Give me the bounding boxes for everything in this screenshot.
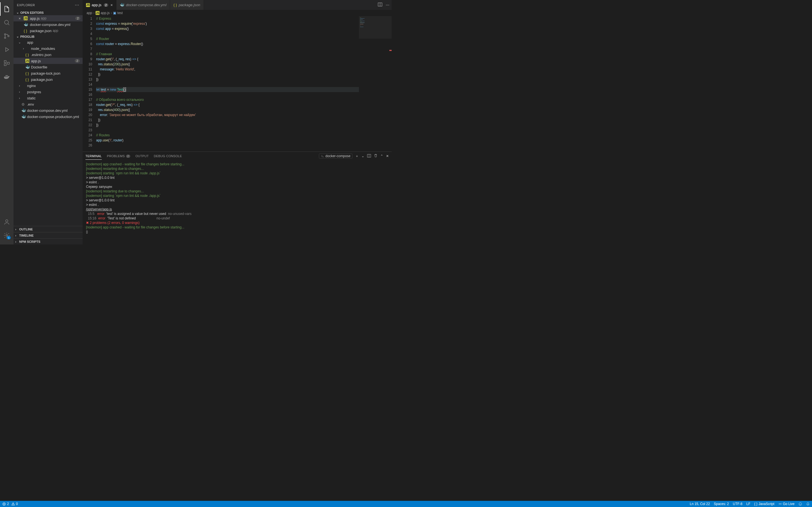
editor-tab[interactable]: { }package.json <box>170 0 204 10</box>
open-editor-item[interactable]: ×JSapp.jsapp2 <box>13 15 83 21</box>
open-editors-section[interactable]: ⌄OPEN EDITORS <box>13 10 83 15</box>
tree-file[interactable]: 🐳Dockerfile <box>13 64 83 70</box>
activity-settings-icon[interactable]: 1 <box>0 229 13 242</box>
tree-file[interactable]: 🐳docker-compose.dev.yml <box>13 107 83 114</box>
activity-docker-icon[interactable] <box>0 70 13 83</box>
tab-close-icon[interactable]: × <box>110 3 113 7</box>
activity-bar: 1 <box>0 0 13 244</box>
tree-folder[interactable]: ⌄app <box>13 39 83 45</box>
sidebar-collapsed-section[interactable]: ›NPM SCRIPTS <box>13 238 83 244</box>
activity-search-icon[interactable] <box>0 16 13 29</box>
kill-terminal-icon[interactable] <box>374 154 377 158</box>
panel-tab-output[interactable]: OUTPUT <box>135 153 149 159</box>
svg-point-1 <box>4 34 6 35</box>
editor-tab[interactable]: 🐳docker-compose.dev.yml <box>116 0 170 10</box>
minimap[interactable]: ▬▬▬▬▬▬▬▬▬▬▬▬▬▬▬▬▬▬▬▬▬▬▬▬▬▬▬▬▬▬▬▬▬▬▬▬▬▬▬▬… <box>359 16 392 152</box>
activity-account-icon[interactable] <box>0 215 13 229</box>
terminal-task-label[interactable]: docker-compose <box>319 154 352 159</box>
breadcrumb[interactable]: app › JS app.js › ▣ test <box>83 10 392 16</box>
settings-update-badge: 1 <box>7 236 11 239</box>
tree-file[interactable]: { }package-lock.json <box>13 70 83 76</box>
tree-folder[interactable]: ›postgres <box>13 89 83 95</box>
split-terminal-icon[interactable] <box>367 154 371 159</box>
activity-extensions-icon[interactable] <box>0 56 13 70</box>
svg-point-2 <box>4 37 6 39</box>
activity-source-control-icon[interactable] <box>0 29 13 43</box>
close-panel-icon[interactable]: ✕ <box>386 154 389 158</box>
sidebar-collapsed-section[interactable]: ›TIMELINE <box>13 232 83 238</box>
editor-tab[interactable]: JSapp.js2× <box>83 0 116 10</box>
close-editor-icon[interactable]: × <box>18 16 23 20</box>
tree-file[interactable]: JSapp.js2 <box>13 58 83 64</box>
svg-rect-5 <box>4 64 6 66</box>
tree-file[interactable]: 🐳docker-compose.production.yml <box>13 114 83 120</box>
open-editor-item[interactable]: 🐳docker-compose.dev.yml <box>13 21 83 27</box>
sidebar-explorer: EXPLORER ⋯ ⌄OPEN EDITORS ×JSapp.jsapp2🐳d… <box>13 0 83 244</box>
sidebar-title: EXPLORER <box>17 3 35 7</box>
tree-file[interactable]: ⚙.env <box>13 101 83 107</box>
workspace-section[interactable]: ⌄PROGLIB <box>13 34 83 39</box>
svg-point-3 <box>8 36 9 37</box>
panel-tab-problems[interactable]: PROBLEMS2 <box>107 153 130 159</box>
tree-file[interactable]: { }package.json <box>13 76 83 82</box>
panel-tab-debug[interactable]: DEBUG CONSOLE <box>154 153 182 159</box>
activity-explorer-icon[interactable] <box>0 2 13 16</box>
maximize-panel-icon[interactable]: ⌃ <box>380 154 383 158</box>
new-terminal-icon[interactable]: ＋ <box>355 154 359 159</box>
tree-folder[interactable]: ›node_modules <box>13 45 83 52</box>
tree-file[interactable]: { }.eslintrc.json <box>13 52 83 58</box>
tree-folder[interactable]: ›static <box>13 95 83 101</box>
svg-point-7 <box>6 220 8 222</box>
code-editor[interactable]: 1234567891011121314151617181920212223242… <box>83 16 392 152</box>
editor-tab-bar: JSapp.js2×🐳docker-compose.dev.yml{ }pack… <box>83 0 392 10</box>
bottom-panel: TERMINAL PROBLEMS2 OUTPUT DEBUG CONSOLE … <box>83 152 392 244</box>
panel-tab-terminal[interactable]: TERMINAL <box>86 153 102 160</box>
sidebar-collapsed-section[interactable]: ›OUTLINE <box>13 226 83 232</box>
sidebar-more-icon[interactable]: ⋯ <box>75 2 80 8</box>
terminal-content[interactable]: [nodemon] app crashed - waiting for file… <box>83 160 392 244</box>
terminal-dropdown-icon[interactable]: ⌄ <box>361 154 364 158</box>
js-icon: JS <box>96 11 100 15</box>
activity-debug-icon[interactable] <box>0 43 13 56</box>
tree-folder[interactable]: ›nginx <box>13 82 83 89</box>
svg-rect-6 <box>7 62 9 64</box>
tab-actions-more-icon[interactable]: ⋯ <box>386 3 389 7</box>
split-editor-icon[interactable] <box>378 2 382 8</box>
svg-point-0 <box>4 20 8 24</box>
open-editor-item[interactable]: { }package.jsonapp <box>13 27 83 34</box>
svg-rect-4 <box>4 61 6 62</box>
